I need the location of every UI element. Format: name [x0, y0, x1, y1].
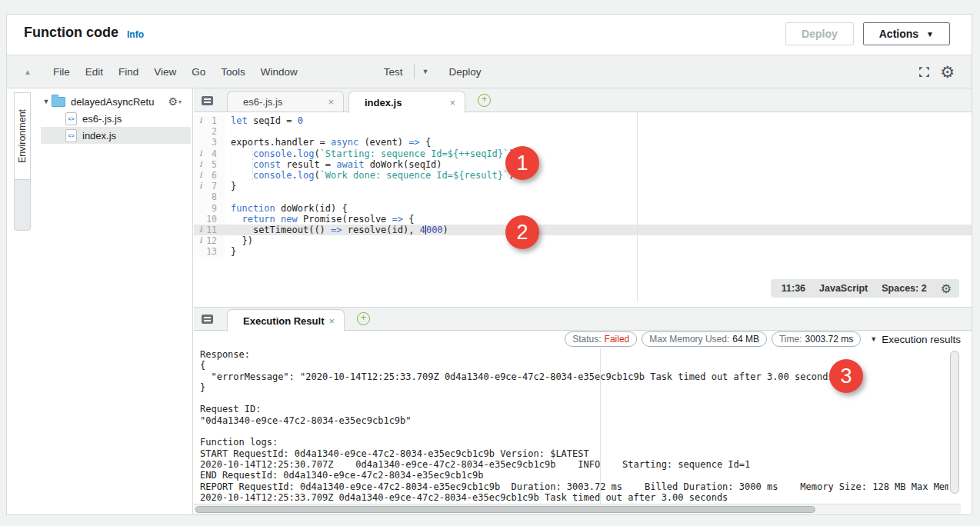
editor-statusbar: 11:36 JavaScript Spaces: 2 ⚙	[771, 279, 959, 298]
folder-item[interactable]: ▼ delayedAsyncReturn ⚙▾	[41, 93, 191, 110]
menu-divider	[414, 64, 415, 79]
code-token: .	[292, 170, 297, 181]
tree-settings-gear-icon[interactable]: ⚙▾	[168, 95, 182, 108]
code-token	[231, 214, 242, 225]
line-number: i12	[194, 235, 225, 246]
info-icon: i	[199, 225, 202, 235]
cursor-position[interactable]: 11:36	[782, 283, 805, 294]
indent-setting[interactable]: Spaces: 2	[882, 283, 926, 294]
file-item-es6-.js.js[interactable]: <>es6-.js.js	[41, 110, 191, 127]
code-token: const	[253, 159, 281, 170]
test-dropdown-icon[interactable]: ▼	[418, 68, 434, 75]
code-token: function	[231, 203, 275, 214]
code-line-12[interactable]: i12 })	[194, 235, 972, 246]
menu-item-file[interactable]: File	[45, 62, 78, 82]
ide-settings-gear-icon[interactable]: ⚙	[940, 64, 955, 80]
info-icon: i	[199, 181, 202, 191]
code-line-13[interactable]: 13}	[194, 246, 972, 257]
line-number: 8	[194, 191, 225, 202]
console-tabbar: Execution Result × +	[194, 307, 972, 331]
code-token: doWork(id) {	[275, 203, 348, 214]
tab-index.js[interactable]: index.js×	[348, 91, 465, 113]
statusbar-gear-icon[interactable]: ⚙	[941, 281, 952, 296]
badge-value: Failed	[605, 334, 630, 345]
code-line-5[interactable]: i5 const result = await doWork(seqId)	[194, 159, 972, 170]
editor-region: es6-.js.js×index.js× + i1let seqId = 023…	[194, 88, 972, 514]
deploy-button[interactable]: Deploy	[785, 22, 854, 45]
console-output-line: Response:	[200, 349, 948, 360]
collapse-editor-icon[interactable]: ▲	[24, 68, 32, 76]
code-token: =>	[408, 137, 419, 148]
code-line-8[interactable]: 8	[194, 191, 972, 202]
code-line-1[interactable]: i1let seqId = 0	[194, 115, 972, 126]
code-token: 000	[426, 225, 443, 235]
fullscreen-icon[interactable]	[918, 65, 931, 78]
panel-header: Function code Info Deploy Actions ▼	[7, 15, 972, 55]
code-token: Promise(resolve	[298, 214, 392, 225]
close-tab-icon[interactable]: ×	[449, 97, 455, 108]
console-tab-list-icon[interactable]	[202, 315, 213, 324]
console-print-margin-line	[600, 348, 601, 504]
badge-value: 3003.72 ms	[805, 334, 854, 345]
language-mode[interactable]: JavaScript	[819, 283, 868, 294]
tab-label: Execution Result	[243, 315, 324, 327]
menu-item-test[interactable]: Test	[376, 62, 411, 82]
menu-item-view[interactable]: View	[146, 62, 184, 82]
deploy-button-label: Deploy	[802, 28, 838, 40]
code-token: log	[298, 148, 315, 159]
menu-item-find[interactable]: Find	[111, 62, 146, 82]
code-text: console.log(`Starting: sequence Id=${++s…	[225, 148, 515, 159]
code-line-3[interactable]: 3exports.handler = async (event) => {	[194, 137, 972, 148]
code-line-7[interactable]: i7}	[194, 181, 972, 191]
close-tab-icon[interactable]: ×	[328, 96, 334, 108]
menu-item-edit[interactable]: Edit	[78, 62, 111, 82]
tab-es6-.js.js[interactable]: es6-.js.js×	[227, 91, 344, 112]
callout-3: 3	[829, 359, 863, 393]
menu-item-deploy[interactable]: Deploy	[441, 62, 488, 82]
horizontal-scrollbar[interactable]	[195, 506, 815, 513]
menu-item-tools[interactable]: Tools	[213, 62, 253, 82]
code-token: new	[281, 214, 298, 225]
vertical-scrollbar[interactable]	[950, 351, 959, 494]
code-editor[interactable]: i1let seqId = 023exports.handler = async…	[194, 112, 972, 302]
execution-results-toggle[interactable]: ▼ Execution results	[870, 334, 961, 345]
code-text	[225, 126, 231, 137]
line-number: 9	[194, 203, 225, 214]
file-item-index.js[interactable]: <>index.js	[41, 127, 191, 144]
file-name: es6-.js.js	[82, 113, 122, 125]
folder-name: delayedAsyncReturn	[71, 96, 154, 108]
close-tab-icon[interactable]: ×	[328, 315, 335, 327]
actions-button[interactable]: Actions ▼	[863, 22, 950, 45]
actions-button-label: Actions	[879, 28, 918, 40]
code-token: `Work done: sequence Id=${result}`	[320, 170, 509, 181]
line-number: 13	[194, 246, 225, 257]
menu-item-window[interactable]: Window	[253, 62, 305, 82]
badge-label: Status:	[572, 334, 601, 345]
console-output-line: START RequestId: 0d4a1340-e9ce-47c2-8034…	[200, 448, 948, 459]
info-link[interactable]: Info	[127, 29, 144, 40]
tab-list-icon[interactable]	[202, 96, 213, 105]
code-line-9[interactable]: 9function doWork(id) {	[194, 203, 972, 214]
folder-disclosure-icon[interactable]: ▼	[41, 98, 52, 105]
console-new-tab-icon[interactable]: +	[357, 312, 370, 325]
code-token: .	[292, 148, 297, 159]
code-token	[231, 159, 253, 170]
tab-execution-result[interactable]: Execution Result ×	[227, 309, 345, 331]
environment-tab[interactable]: Environment	[14, 92, 31, 180]
code-line-2[interactable]: 2	[194, 126, 972, 137]
time-badge: Time:3003.72 ms	[772, 331, 861, 347]
code-line-11[interactable]: i11 setTimeout(() => resolve(id), 4000)	[194, 225, 972, 235]
code-text	[225, 191, 231, 202]
editor-tabs: es6-.js.js×index.js×	[227, 91, 470, 112]
menu-item-go[interactable]: Go	[184, 62, 213, 82]
badges: Status:FailedMax Memory Used:64 MBTime:3…	[565, 331, 861, 347]
code-token: 4	[420, 225, 425, 235]
code-line-4[interactable]: i4 console.log(`Starting: sequence Id=${…	[194, 148, 972, 159]
code-token: setTimeout(()	[253, 225, 331, 235]
line-number: i1	[194, 115, 225, 126]
code-token: console	[253, 170, 292, 181]
editor-tabbar: es6-.js.js×index.js× +	[194, 88, 972, 112]
code-line-10[interactable]: 10 return new Promise(resolve => {	[194, 214, 972, 225]
new-tab-icon[interactable]: +	[478, 94, 491, 107]
code-line-6[interactable]: i6 console.log(`Work done: sequence Id=$…	[194, 170, 972, 181]
